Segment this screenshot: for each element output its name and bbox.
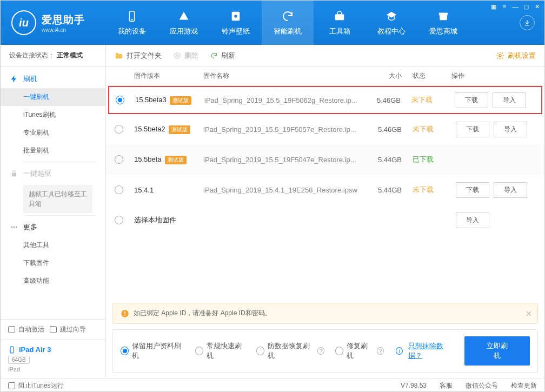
firmware-size: 5.44GB bbox=[363, 186, 402, 194]
maximize-icon[interactable]: ▢ bbox=[521, 2, 531, 11]
download-indicator-icon[interactable] bbox=[520, 15, 535, 30]
beta-badge: 测试版 bbox=[165, 156, 187, 164]
toolbox-icon bbox=[333, 9, 347, 23]
download-button[interactable]: 下载 bbox=[455, 92, 488, 108]
nav-tools[interactable]: 工具箱 bbox=[314, 1, 365, 45]
nav-tutorials[interactable]: 教程中心 bbox=[365, 1, 417, 45]
open-folder-button[interactable]: 打开文件夹 bbox=[115, 51, 162, 61]
header: ▦ ≡ — ▢ ✕ iu 爱思助手 www.i4.cn 我的设备 应用游戏 铃声… bbox=[1, 1, 544, 45]
table-header: 固件版本 固件名称 大小 状态 操作 bbox=[106, 67, 544, 86]
device-icon bbox=[125, 9, 139, 23]
warning-icon bbox=[121, 309, 129, 318]
radio-icon[interactable] bbox=[115, 185, 123, 194]
firmware-name: iPad_Spring_2019_15.5_19F5047e_Restore.i… bbox=[203, 156, 363, 164]
table-row[interactable]: 15.4.1 iPad_Spring_2019_15.4.1_19E258_Re… bbox=[106, 175, 544, 205]
button-label: 删除 bbox=[184, 51, 198, 61]
download-button[interactable]: 下载 bbox=[456, 122, 489, 137]
firmware-rows: 15.5beta3测试版 iPad_Spring_2019_15.5_19F50… bbox=[106, 86, 544, 205]
nav-my-device[interactable]: 我的设备 bbox=[106, 1, 158, 45]
list-icon[interactable]: ≡ bbox=[500, 2, 509, 11]
firmware-status: 未下载 bbox=[402, 124, 444, 134]
help-icon[interactable]: ? bbox=[317, 347, 324, 355]
local-firmware-row[interactable]: 选择本地固件 导入 bbox=[106, 205, 544, 235]
version-text: 15.5beta2 bbox=[134, 125, 165, 133]
firmware-size: 5.46GB bbox=[362, 96, 401, 104]
toolbar: 打开文件夹 删除 刷新 刷机设置 bbox=[106, 45, 544, 67]
help-icon[interactable]: ? bbox=[377, 347, 384, 355]
sidebar-head-label: 一键越狱 bbox=[23, 169, 51, 178]
wechat-link[interactable]: 微信公众号 bbox=[466, 381, 498, 390]
flash-opt-fast[interactable]: 常规快速刷机 bbox=[195, 341, 245, 361]
firmware-status: 未下载 bbox=[402, 185, 444, 195]
sidebar-head-more[interactable]: 更多 bbox=[1, 218, 105, 236]
update-link[interactable]: 检查更新 bbox=[511, 381, 537, 390]
flash-opt-keep-data[interactable]: 保留用户资料刷机 bbox=[121, 341, 184, 361]
connection-status: 设备连接状态： 正常模式 bbox=[1, 45, 105, 67]
col-status: 状态 bbox=[402, 71, 444, 81]
sidebar-item-itunes[interactable]: iTunes刷机 bbox=[1, 106, 105, 124]
brand: iu 爱思助手 www.i4.cn bbox=[1, 1, 106, 45]
delete-button: 删除 bbox=[174, 51, 198, 61]
auto-activate-row: 自动激活 跳过向导 bbox=[1, 319, 105, 340]
sidebar-head-flash[interactable]: 刷机 bbox=[1, 70, 105, 88]
svg-rect-16 bbox=[124, 315, 125, 315]
radio-icon[interactable] bbox=[115, 125, 123, 134]
sidebar-item-oneclick[interactable]: 一键刷机 bbox=[1, 88, 105, 106]
col-name: 固件名称 bbox=[203, 71, 363, 81]
device-type: iPad bbox=[8, 366, 98, 373]
info-icon[interactable]: i bbox=[396, 347, 403, 355]
firmware-status: 已下载 bbox=[402, 155, 444, 164]
sidebar-item-batch[interactable]: 批量刷机 bbox=[1, 142, 105, 160]
nav-label: 铃声壁纸 bbox=[222, 26, 250, 36]
download-button[interactable]: 下载 bbox=[456, 182, 489, 198]
nav-label: 应用游戏 bbox=[170, 26, 198, 36]
content: 打开文件夹 删除 刷新 刷机设置 固件版本 固件名称 大小 状态 操作 bbox=[106, 45, 544, 378]
flash-now-button[interactable]: 立即刷机 bbox=[464, 336, 530, 366]
nav-store[interactable]: 爱思商城 bbox=[417, 1, 469, 45]
menu-icon[interactable]: ▦ bbox=[489, 2, 499, 11]
block-itunes-checkbox[interactable]: 阻止iTunes运行 bbox=[8, 381, 64, 390]
auto-activate-checkbox[interactable]: 自动激活 bbox=[8, 325, 44, 334]
svg-rect-9 bbox=[10, 347, 14, 353]
sidebar-item-othertools[interactable]: 其他工具 bbox=[1, 236, 105, 254]
refresh-button[interactable]: 刷新 bbox=[210, 51, 235, 61]
table-row[interactable]: 15.5beta2测试版 iPad_Spring_2019_15.5_19F50… bbox=[106, 114, 544, 144]
radio-icon[interactable] bbox=[115, 155, 123, 164]
flash-opt-antirecover[interactable]: 防数据恢复刷机? bbox=[256, 341, 324, 361]
device-panel[interactable]: iPad Air 3 64GB iPad bbox=[1, 340, 105, 378]
erase-link[interactable]: 只想抹除数据？ bbox=[408, 341, 454, 361]
sidebar: 设备连接状态： 正常模式 刷机 一键刷机 iTunes刷机 专业刷机 批量刷机 … bbox=[1, 45, 106, 378]
flash-settings-button[interactable]: 刷机设置 bbox=[496, 51, 536, 61]
sidebar-item-download-fw[interactable]: 下载固件 bbox=[1, 254, 105, 272]
kefu-link[interactable]: 客服 bbox=[440, 381, 453, 390]
import-button[interactable]: 导入 bbox=[493, 92, 526, 108]
warning-bar: 如已绑定 Apple ID，请准备好 Apple ID和密码。 ✕ bbox=[112, 303, 538, 324]
radio-icon[interactable] bbox=[116, 96, 124, 104]
import-button[interactable]: 导入 bbox=[456, 212, 489, 228]
flash-icon bbox=[9, 74, 19, 84]
svg-point-8 bbox=[16, 227, 17, 228]
table-row[interactable]: 15.5beta测试版 iPad_Spring_2019_15.5_19F504… bbox=[106, 144, 544, 175]
nav-ringtones[interactable]: 铃声壁纸 bbox=[210, 1, 262, 45]
radio-icon[interactable] bbox=[115, 216, 123, 224]
nav-flash[interactable]: 智能刷机 bbox=[262, 1, 314, 45]
skip-guide-checkbox[interactable]: 跳过向导 bbox=[50, 325, 86, 334]
close-icon[interactable]: ✕ bbox=[526, 309, 532, 318]
nav-label: 教程中心 bbox=[377, 26, 406, 36]
sidebar-item-pro[interactable]: 专业刷机 bbox=[1, 124, 105, 142]
button-label: 打开文件夹 bbox=[127, 51, 162, 61]
col-actions: 操作 bbox=[444, 71, 536, 81]
nav-apps[interactable]: 应用游戏 bbox=[158, 1, 210, 45]
flash-opt-repair[interactable]: 修复刷机? bbox=[335, 341, 384, 361]
sidebar-item-advanced[interactable]: 高级功能 bbox=[1, 272, 105, 290]
import-button[interactable]: 导入 bbox=[494, 182, 527, 198]
sidebar-head-label: 更多 bbox=[23, 222, 37, 232]
warning-text: 如已绑定 Apple ID，请准备好 Apple ID和密码。 bbox=[134, 309, 271, 318]
close-icon[interactable]: ✕ bbox=[532, 2, 542, 11]
table-row[interactable]: 15.5beta3测试版 iPad_Spring_2019_15.5_19F50… bbox=[108, 86, 542, 114]
brand-sub: www.i4.cn bbox=[42, 27, 85, 33]
window-controls: ▦ ≡ — ▢ ✕ bbox=[489, 2, 542, 11]
import-button[interactable]: 导入 bbox=[494, 122, 527, 137]
minimize-icon[interactable]: — bbox=[510, 2, 520, 11]
nav-label: 工具箱 bbox=[329, 26, 350, 36]
